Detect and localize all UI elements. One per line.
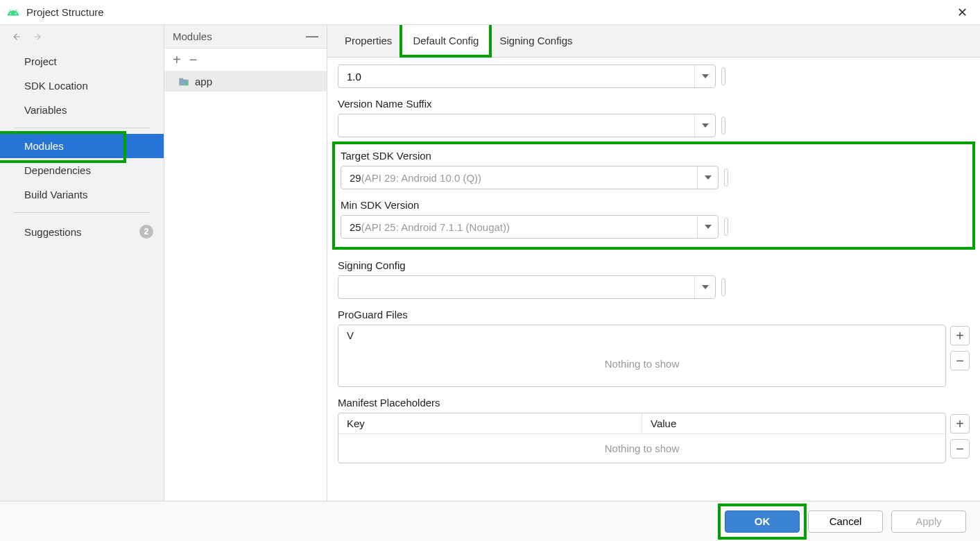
signing-config-input[interactable] bbox=[338, 276, 694, 298]
divider bbox=[14, 212, 150, 213]
field-label: Manifest Placeholders bbox=[338, 397, 970, 409]
field-label: Target SDK Version bbox=[341, 150, 967, 162]
manifest-value-header: Value bbox=[642, 413, 945, 433]
field-label: ProGuard Files bbox=[338, 309, 970, 320]
suggestions-badge: 2 bbox=[139, 225, 153, 239]
sidebar-item-label: SDK Location bbox=[24, 80, 88, 92]
proguard-listbox[interactable]: V Nothing to show bbox=[338, 325, 946, 387]
field-label: Version Name Suffix bbox=[338, 98, 970, 110]
footer: OK Cancel Apply bbox=[0, 501, 980, 541]
modules-title: Modules bbox=[173, 31, 212, 42]
reset-handle[interactable] bbox=[724, 169, 728, 187]
sidebar-item-label: Dependencies bbox=[24, 164, 91, 176]
manifest-add-button[interactable]: + bbox=[950, 414, 970, 433]
sidebar-item-label: Variables bbox=[24, 104, 67, 116]
cancel-button[interactable]: Cancel bbox=[808, 510, 883, 533]
field-label: Signing Config bbox=[338, 259, 970, 271]
chevron-down-icon[interactable] bbox=[694, 65, 715, 87]
reset-handle[interactable] bbox=[724, 218, 728, 236]
module-item-app[interactable]: app bbox=[164, 71, 327, 92]
field-min-sdk: Min SDK Version 25 (API 25: Android 7.1.… bbox=[341, 199, 967, 239]
field-target-sdk: Target SDK Version 29 (API 29: Android 1… bbox=[341, 150, 967, 189]
sdk-highlight-block: Target SDK Version 29 (API 29: Android 1… bbox=[332, 141, 975, 250]
ok-highlight: OK bbox=[725, 510, 800, 533]
forward-icon[interactable] bbox=[31, 32, 44, 44]
target-sdk-combo[interactable]: 29 (API 29: Android 10.0 (Q)) bbox=[341, 166, 719, 189]
divider bbox=[14, 128, 150, 128]
add-module-icon[interactable]: + bbox=[173, 53, 181, 67]
min-sdk-combo[interactable]: 25 (API 25: Android 7.1.1 (Nougat)) bbox=[341, 215, 719, 239]
folder-icon bbox=[178, 77, 189, 87]
tab-default-config[interactable]: Default Config bbox=[402, 25, 489, 57]
content-area: Properties Default Config Signing Config… bbox=[327, 25, 980, 501]
field-version-name-suffix: Version Name Suffix bbox=[338, 98, 970, 137]
manifest-remove-button[interactable]: − bbox=[950, 439, 970, 458]
form-area: Version Name Suffix Target SDK Version bbox=[327, 58, 980, 501]
sidebar-item-label: Build Variants bbox=[24, 189, 87, 200]
field-label: Min SDK Version bbox=[341, 199, 967, 211]
manifest-empty: Nothing to show bbox=[338, 434, 945, 463]
sidebar-item-dependencies[interactable]: Dependencies bbox=[0, 158, 164, 182]
android-icon bbox=[7, 6, 19, 19]
sidebar-item-modules[interactable]: Modules bbox=[0, 134, 164, 158]
tab-signing-configs[interactable]: Signing Configs bbox=[489, 25, 583, 57]
sidebar: Project SDK Location Variables Modules D… bbox=[0, 25, 164, 501]
window-title: Project Structure bbox=[26, 6, 104, 18]
signing-config-combo[interactable] bbox=[338, 275, 716, 299]
modules-header: Modules — bbox=[164, 25, 327, 49]
remove-module-icon[interactable]: − bbox=[189, 53, 198, 67]
sidebar-item-variables[interactable]: Variables bbox=[0, 98, 164, 122]
sidebar-item-suggestions[interactable]: Suggestions 2 bbox=[0, 218, 164, 245]
reset-handle[interactable] bbox=[721, 67, 725, 85]
version-name-suffix-combo[interactable] bbox=[338, 114, 716, 137]
manifest-tablebox[interactable]: Key Value Nothing to show bbox=[338, 413, 946, 463]
sidebar-item-label: Suggestions bbox=[24, 226, 82, 238]
version-input[interactable] bbox=[338, 65, 694, 87]
svg-point-0 bbox=[185, 82, 188, 85]
field-version bbox=[338, 65, 970, 88]
back-icon[interactable] bbox=[10, 32, 23, 44]
titlebar: Project Structure ✕ bbox=[0, 0, 980, 24]
reset-handle[interactable] bbox=[721, 278, 725, 296]
ok-button[interactable]: OK bbox=[725, 510, 800, 533]
proguard-remove-button[interactable]: − bbox=[950, 351, 970, 370]
close-icon[interactable]: ✕ bbox=[952, 2, 973, 23]
sidebar-item-label: Project bbox=[24, 55, 57, 67]
chevron-down-icon[interactable] bbox=[697, 216, 718, 238]
reset-handle[interactable] bbox=[721, 117, 725, 135]
chevron-down-icon[interactable] bbox=[694, 114, 715, 137]
manifest-table-header: Key Value bbox=[338, 413, 945, 434]
sidebar-item-build-variants[interactable]: Build Variants bbox=[0, 182, 164, 207]
proguard-header: V bbox=[338, 325, 945, 345]
modules-toolbar: + − bbox=[164, 49, 327, 71]
chevron-down-icon[interactable] bbox=[694, 276, 715, 298]
tab-properties[interactable]: Properties bbox=[334, 25, 402, 57]
proguard-empty: Nothing to show bbox=[338, 345, 945, 382]
module-name: app bbox=[195, 76, 212, 87]
field-manifest-placeholders: Manifest Placeholders Key Value Nothing … bbox=[338, 397, 970, 463]
version-combo[interactable] bbox=[338, 65, 716, 88]
sidebar-item-project[interactable]: Project bbox=[0, 49, 164, 74]
version-name-suffix-input[interactable] bbox=[338, 114, 694, 137]
chevron-down-icon[interactable] bbox=[697, 166, 718, 189]
sidebar-item-label: Modules bbox=[24, 140, 64, 152]
apply-button[interactable]: Apply bbox=[891, 510, 966, 533]
manifest-key-header: Key bbox=[338, 413, 642, 433]
proguard-add-button[interactable]: + bbox=[950, 326, 970, 345]
modules-column: Modules — + − app bbox=[164, 25, 327, 501]
tabs: Properties Default Config Signing Config… bbox=[327, 25, 980, 58]
sidebar-item-sdk-location[interactable]: SDK Location bbox=[0, 74, 164, 98]
nav-buttons bbox=[0, 25, 164, 49]
minimize-icon[interactable]: — bbox=[306, 29, 318, 44]
modules-list: app bbox=[164, 71, 327, 501]
field-signing-config: Signing Config bbox=[338, 259, 970, 299]
field-proguard: ProGuard Files V Nothing to show + − bbox=[338, 309, 970, 387]
